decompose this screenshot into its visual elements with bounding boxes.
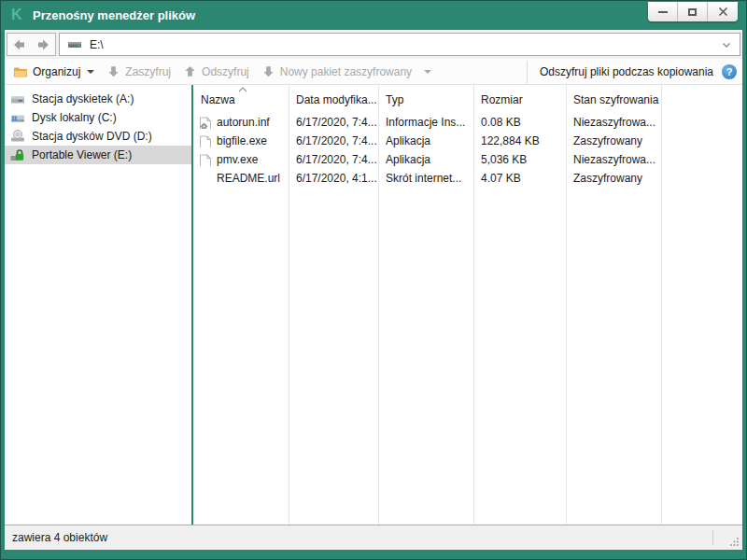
file-modified: 6/17/2020, 4:1... — [289, 172, 378, 185]
file-row-pmv-exe[interactable]: pmv.exe 6/17/2020, 7:4... Aplikacja 5,03… — [193, 150, 742, 169]
window-title: Przenośny menedżer plików — [33, 1, 195, 30]
file-list: Nazwa Data modyfika... Typ Rozmiar Stan … — [193, 85, 742, 525]
file-name: README.url — [217, 172, 280, 185]
encrypted-drive-icon — [10, 147, 25, 162]
decrypt-button[interactable]: Odszyfruj — [183, 64, 249, 78]
column-header-type[interactable]: Typ — [378, 93, 473, 106]
resize-grip[interactable] — [729, 537, 740, 547]
file-modified: 6/17/2020, 7:4... — [289, 116, 378, 129]
status-text: zawiera 4 obiektów — [12, 525, 107, 550]
file-name: autorun.inf — [217, 116, 270, 129]
column-header-size[interactable]: Rozmiar — [473, 93, 566, 106]
drive-sidebar: Stacja dyskietek (A:) Dysk lokalny (C:) — [5, 85, 191, 525]
file-name: bigfile.exe — [217, 134, 267, 147]
sidebar-item-floppy-a[interactable]: Stacja dyskietek (A:) — [5, 90, 191, 108]
main-area: Stacja dyskietek (A:) Dysk lokalny (C:) — [5, 85, 742, 525]
minimize-icon — [658, 11, 668, 13]
file-encryption-status: Niezaszyfrowa... — [566, 116, 661, 129]
file-type: Aplikacja — [378, 134, 473, 147]
navigation-bar: E:\ — [5, 30, 742, 59]
encrypt-label: Zaszyfruj — [125, 65, 171, 78]
decrypt-label: Odszyfruj — [202, 65, 249, 78]
drive-label: Portable Viewer (E:) — [32, 148, 132, 161]
status-separator — [712, 530, 713, 545]
forward-button[interactable] — [35, 37, 51, 52]
file-type: Skrót internet... — [378, 172, 473, 185]
new-encrypted-package-button[interactable]: Nowy pakiet zaszyfrowany — [261, 64, 431, 78]
help-icon[interactable]: ? — [722, 64, 737, 79]
file-encryption-status: Zaszyfrowany — [566, 172, 661, 185]
file-size: 5,036 KB — [473, 153, 566, 166]
local-disk-icon — [10, 110, 25, 125]
folder-icon — [13, 65, 28, 78]
arrow-down-icon — [261, 64, 275, 78]
sidebar-item-dvd-d[interactable]: Stacja dysków DVD (D:) — [5, 127, 191, 146]
new-package-dropdown-caret-icon — [424, 70, 431, 74]
nav-history-buttons — [7, 33, 56, 56]
titlebar[interactable]: K Przenośny menedżer plików — [1, 1, 746, 30]
file-size: 4.07 KB — [473, 172, 566, 185]
minimize-button[interactable] — [648, 2, 678, 21]
file-encryption-status: Zaszyfrowany — [566, 134, 661, 147]
drive-icon — [67, 38, 82, 51]
arrow-down-icon — [106, 64, 120, 78]
file-row-readme-url[interactable]: README.url 6/17/2020, 4:1... Skrót inter… — [193, 169, 742, 188]
file-modified: 6/17/2020, 7:4... — [289, 134, 378, 147]
drive-label: Stacja dyskietek (A:) — [32, 92, 134, 105]
dvd-drive-icon — [10, 129, 25, 144]
back-button[interactable] — [11, 37, 27, 52]
address-path: E:\ — [90, 38, 721, 51]
organize-dropdown-caret-icon — [87, 70, 94, 74]
address-dropdown-chevron-icon[interactable] — [721, 39, 732, 50]
toolbar: Organizuj Zaszyfruj Odszyfruj Nowy pakie… — [5, 59, 742, 85]
organize-button[interactable]: Organizuj — [13, 65, 94, 78]
drive-label: Stacja dysków DVD (D:) — [32, 130, 152, 143]
decrypt-on-copy-group: Odszyfruj pliki podczas kopiowania ? — [527, 61, 737, 83]
encrypt-button[interactable]: Zaszyfruj — [106, 64, 171, 78]
organize-label: Organizuj — [33, 65, 80, 78]
file-size: 122,884 KB — [473, 134, 566, 147]
new-encrypted-package-label: Nowy pakiet zaszyfrowany — [280, 65, 412, 78]
file-modified: 6/17/2020, 7:4... — [289, 153, 378, 166]
window-controls — [648, 2, 738, 21]
decrypt-on-copy-label: Odszyfruj pliki podczas kopiowania — [540, 65, 713, 78]
blank-file-icon — [198, 135, 213, 147]
sidebar-item-portable-e[interactable]: Portable Viewer (E:) — [5, 146, 191, 164]
blank-file-icon — [198, 154, 213, 166]
column-header-modified[interactable]: Data modyfika... — [289, 93, 378, 106]
column-header-encryption[interactable]: Stan szyfrowania — [566, 93, 661, 106]
sidebar-item-local-c[interactable]: Dysk lokalny (C:) — [5, 108, 191, 127]
file-rows: autorun.inf 6/17/2020, 7:4... Informacje… — [193, 113, 742, 188]
kaspersky-logo-icon: K — [11, 7, 26, 23]
close-button[interactable] — [708, 2, 738, 21]
file-type: Informacje Ins... — [378, 116, 473, 129]
column-headers: Nazwa Data modyfika... Typ Rozmiar Stan … — [193, 85, 742, 111]
column-header-name[interactable]: Nazwa — [193, 93, 289, 106]
file-name: pmv.exe — [217, 153, 258, 166]
file-size: 0.08 KB — [473, 116, 566, 129]
file-encryption-status: Niezaszyfrowa... — [566, 153, 661, 166]
file-type: Aplikacja — [378, 153, 473, 166]
status-bar: zawiera 4 obiektów — [5, 525, 742, 550]
file-row-autorun-inf[interactable]: autorun.inf 6/17/2020, 7:4... Informacje… — [193, 113, 742, 132]
arrow-up-icon — [183, 64, 197, 78]
maximize-button[interactable] — [678, 2, 708, 21]
portable-file-manager-window: K Przenośny menedżer plików E:\ — [0, 0, 747, 560]
close-icon — [718, 7, 728, 17]
file-row-bigfile-exe[interactable]: bigfile.exe 6/17/2020, 7:4... Aplikacja … — [193, 132, 742, 150]
drive-label: Dysk lokalny (C:) — [32, 111, 117, 124]
maximize-icon — [688, 8, 697, 16]
floppy-drive-icon — [10, 91, 25, 106]
setup-information-file-icon — [198, 117, 213, 129]
address-bar[interactable]: E:\ — [59, 33, 740, 56]
